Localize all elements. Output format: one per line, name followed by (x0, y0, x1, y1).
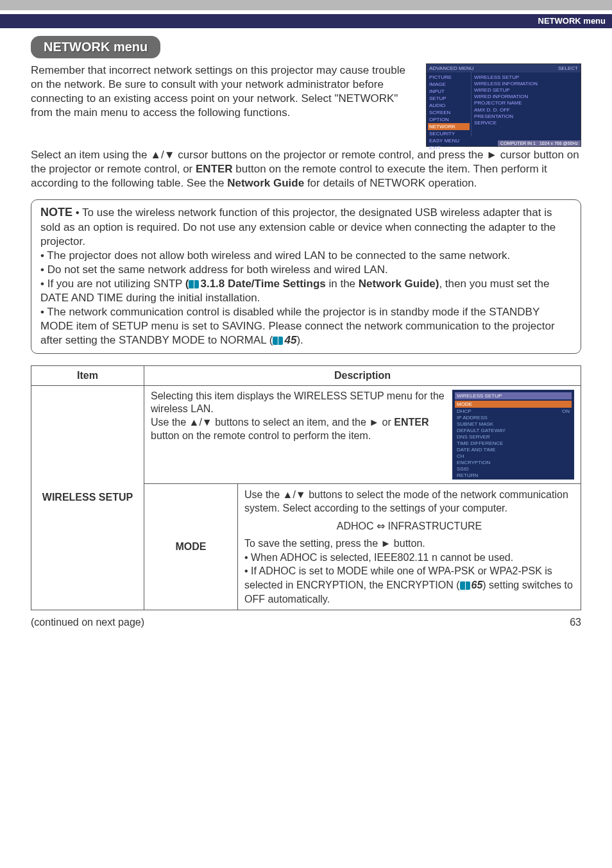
menu-footer-right: 1024 x 768 @60Hz (540, 141, 578, 146)
mode-description: Use the ▲/▼ buttons to select the mode o… (238, 483, 581, 610)
menu-left-item: EXIT (428, 144, 470, 151)
wireless-setup-description: Selecting this item displays the WIRELES… (151, 390, 446, 443)
book-icon (460, 581, 470, 590)
menu-right-item: WIRELESS INFORMATION (474, 80, 578, 87)
wshot-row: DNS SERVER (457, 434, 490, 440)
menu-left-item: IMAGE (428, 81, 470, 88)
category-header: NETWORK menu (0, 14, 612, 28)
wshot-header: WIRELESS SETUP (457, 393, 502, 399)
menu-left-item: SECURITY (428, 130, 470, 137)
menu-right-item: WIRED INFORMATION (474, 93, 578, 99)
menu-left-item: OPTION (428, 116, 470, 123)
wshot-row: ENCRYPTION (457, 460, 490, 465)
note-label: NOTE (40, 206, 72, 219)
wshot-row: DHCP (457, 408, 472, 414)
menu-left-item: SCREEN (428, 109, 470, 116)
table-head-item: Item (31, 365, 144, 385)
menu-left-item: EASY MENU (428, 137, 470, 144)
wshot-row: TIME DIFFERENCE (457, 440, 503, 446)
menu-left-item: SETUP (428, 95, 470, 102)
table-item-wireless-setup: WIRELESS SETUP (31, 385, 144, 610)
menu-right-item: AMX D. D. OFF (474, 106, 578, 113)
wshot-row: RETURN (457, 472, 478, 478)
intro-paragraph-2: Select an item using the ▲/▼ cursor butt… (31, 148, 581, 190)
wshot-row: DEFAULT GATEWAY (457, 428, 506, 433)
wshot-row-val: ON (562, 408, 570, 414)
menu-right-item: WIRED SETUP (474, 87, 578, 93)
menu-header-right: SELECT (558, 65, 578, 71)
menu-left-item: AUDIO (428, 102, 470, 109)
section-title: NETWORK menu (31, 36, 160, 58)
menu-right-item: SERVICE (474, 119, 578, 126)
settings-table: Item Description WIRELESS SETUP Selectin… (31, 365, 581, 611)
table-subitem-mode: MODE (144, 483, 238, 610)
wshot-row: CH (457, 453, 464, 459)
menu-right-item: PRESENTATION (474, 113, 578, 119)
book-icon (273, 337, 283, 345)
table-head-description: Description (144, 365, 581, 385)
menu-footer-left: COMPUTER IN 1 (500, 141, 536, 146)
menu-right-item: WIRELESS SETUP (474, 74, 578, 80)
wshot-row: DATE AND TIME (457, 447, 496, 453)
menu-left-item: PICTURE (428, 74, 470, 81)
wshot-row: IP ADDRESS (457, 415, 488, 421)
note-bullet: • To use the wireless network function o… (40, 206, 556, 247)
book-icon (189, 280, 199, 288)
wshot-row: SUBNET MASK (457, 421, 493, 427)
note-bullet: • Do not set the same network address fo… (40, 263, 388, 276)
wireless-setup-screenshot: WIRELESS SETUP MODE DHCPON IP ADDRESS SU… (452, 390, 574, 480)
note-bullet: • The projector does not allow both wire… (40, 249, 510, 262)
continued-label: (continued on next page) (31, 617, 144, 628)
menu-left-item-selected: NETWORK (428, 123, 470, 130)
menu-right-item: PROJECTOR NAME (474, 99, 578, 106)
menu-header-left: ADVANCED MENU (429, 65, 474, 71)
intro-paragraph-1: Remember that incorrect network settings… (31, 63, 420, 147)
note-bullet: • If you are not utilizing SNTP (3.1.8 D… (40, 278, 549, 304)
note-bullet: • The network communication control is d… (40, 306, 555, 346)
page-number: 63 (570, 617, 581, 628)
note-box: NOTE • To use the wireless network funct… (31, 199, 581, 353)
menu-left-item: INPUT (428, 88, 470, 95)
wshot-mode: MODE (457, 401, 472, 407)
wshot-row: SSID (457, 466, 469, 472)
menu-screenshot: ADVANCED MENU SELECT PICTURE IMAGE INPUT… (426, 63, 581, 147)
